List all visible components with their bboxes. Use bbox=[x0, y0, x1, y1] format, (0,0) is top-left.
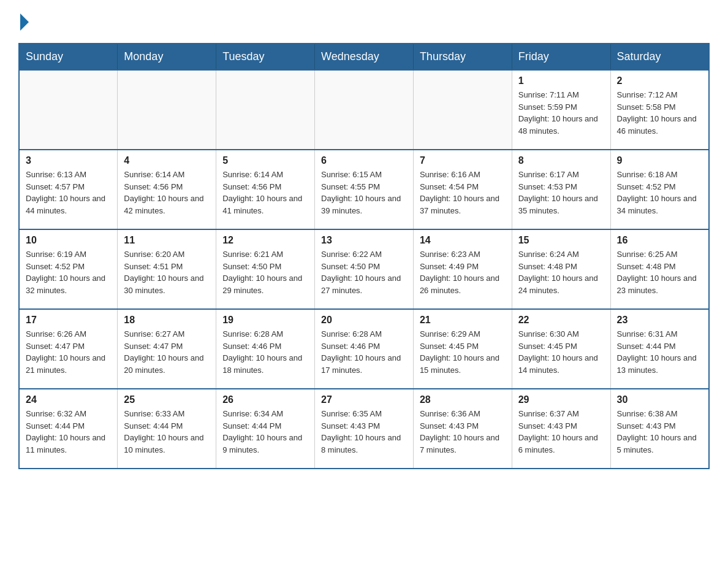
day-number: 3 bbox=[26, 155, 111, 166]
calendar-week-3: 10Sunrise: 6:19 AM Sunset: 4:52 PM Dayli… bbox=[19, 229, 709, 309]
day-info: Sunrise: 6:15 AM Sunset: 4:55 PM Dayligh… bbox=[321, 169, 407, 216]
day-info: Sunrise: 6:31 AM Sunset: 4:44 PM Dayligh… bbox=[617, 328, 702, 376]
day-number: 6 bbox=[321, 155, 407, 166]
calendar-cell: 4Sunrise: 6:14 AM Sunset: 4:56 PM Daylig… bbox=[118, 150, 216, 229]
calendar-cell: 22Sunrise: 6:30 AM Sunset: 4:45 PM Dayli… bbox=[512, 309, 610, 389]
calendar-week-5: 24Sunrise: 6:32 AM Sunset: 4:44 PM Dayli… bbox=[19, 389, 709, 469]
calendar-cell: 27Sunrise: 6:35 AM Sunset: 4:43 PM Dayli… bbox=[315, 389, 414, 469]
day-number: 8 bbox=[518, 155, 604, 166]
day-number: 5 bbox=[222, 155, 308, 166]
day-number: 2 bbox=[617, 75, 702, 86]
day-number: 24 bbox=[26, 394, 111, 405]
day-header-thursday: Thursday bbox=[413, 44, 512, 70]
calendar-cell: 19Sunrise: 6:28 AM Sunset: 4:46 PM Dayli… bbox=[216, 309, 315, 389]
calendar-cell: 21Sunrise: 6:29 AM Sunset: 4:45 PM Dayli… bbox=[413, 309, 512, 389]
day-info: Sunrise: 6:27 AM Sunset: 4:47 PM Dayligh… bbox=[124, 328, 210, 376]
day-info: Sunrise: 6:25 AM Sunset: 4:48 PM Dayligh… bbox=[617, 248, 702, 296]
calendar-week-1: 1Sunrise: 7:11 AM Sunset: 5:59 PM Daylig… bbox=[19, 70, 709, 150]
day-info: Sunrise: 6:34 AM Sunset: 4:44 PM Dayligh… bbox=[222, 408, 308, 456]
day-header-friday: Friday bbox=[512, 44, 610, 70]
day-number: 28 bbox=[420, 394, 506, 405]
page-header bbox=[18, 12, 710, 31]
calendar-cell: 5Sunrise: 6:14 AM Sunset: 4:56 PM Daylig… bbox=[216, 150, 315, 229]
logo-arrow-icon bbox=[20, 13, 29, 31]
day-header-tuesday: Tuesday bbox=[216, 44, 315, 70]
calendar-cell: 26Sunrise: 6:34 AM Sunset: 4:44 PM Dayli… bbox=[216, 389, 315, 469]
calendar-cell: 18Sunrise: 6:27 AM Sunset: 4:47 PM Dayli… bbox=[118, 309, 216, 389]
day-info: Sunrise: 7:11 AM Sunset: 5:59 PM Dayligh… bbox=[518, 89, 604, 137]
day-info: Sunrise: 6:20 AM Sunset: 4:51 PM Dayligh… bbox=[124, 248, 210, 296]
day-number: 25 bbox=[124, 394, 210, 405]
day-number: 15 bbox=[518, 235, 604, 246]
day-info: Sunrise: 6:23 AM Sunset: 4:49 PM Dayligh… bbox=[420, 248, 506, 296]
day-number: 12 bbox=[222, 235, 308, 246]
calendar-header-row: SundayMondayTuesdayWednesdayThursdayFrid… bbox=[19, 44, 709, 70]
day-info: Sunrise: 6:30 AM Sunset: 4:45 PM Dayligh… bbox=[518, 328, 604, 376]
calendar-cell: 25Sunrise: 6:33 AM Sunset: 4:44 PM Dayli… bbox=[118, 389, 216, 469]
calendar-cell: 10Sunrise: 6:19 AM Sunset: 4:52 PM Dayli… bbox=[19, 229, 118, 309]
day-info: Sunrise: 6:28 AM Sunset: 4:46 PM Dayligh… bbox=[321, 328, 407, 376]
day-info: Sunrise: 6:17 AM Sunset: 4:53 PM Dayligh… bbox=[518, 169, 604, 216]
day-number: 26 bbox=[222, 394, 308, 405]
day-info: Sunrise: 6:24 AM Sunset: 4:48 PM Dayligh… bbox=[518, 248, 604, 296]
logo bbox=[18, 12, 29, 31]
day-number: 7 bbox=[420, 155, 506, 166]
calendar-cell: 11Sunrise: 6:20 AM Sunset: 4:51 PM Dayli… bbox=[118, 229, 216, 309]
day-number: 23 bbox=[617, 315, 702, 326]
calendar-cell: 8Sunrise: 6:17 AM Sunset: 4:53 PM Daylig… bbox=[512, 150, 610, 229]
day-header-saturday: Saturday bbox=[610, 44, 709, 70]
calendar-cell bbox=[413, 70, 512, 150]
day-info: Sunrise: 6:18 AM Sunset: 4:52 PM Dayligh… bbox=[617, 169, 702, 216]
day-info: Sunrise: 6:35 AM Sunset: 4:43 PM Dayligh… bbox=[321, 408, 407, 456]
calendar-cell: 9Sunrise: 6:18 AM Sunset: 4:52 PM Daylig… bbox=[610, 150, 709, 229]
day-info: Sunrise: 6:22 AM Sunset: 4:50 PM Dayligh… bbox=[321, 248, 407, 296]
day-number: 9 bbox=[617, 155, 702, 166]
day-info: Sunrise: 6:28 AM Sunset: 4:46 PM Dayligh… bbox=[222, 328, 308, 376]
day-info: Sunrise: 6:32 AM Sunset: 4:44 PM Dayligh… bbox=[26, 408, 111, 456]
day-info: Sunrise: 6:14 AM Sunset: 4:56 PM Dayligh… bbox=[124, 169, 210, 216]
calendar-cell: 7Sunrise: 6:16 AM Sunset: 4:54 PM Daylig… bbox=[413, 150, 512, 229]
calendar-cell: 12Sunrise: 6:21 AM Sunset: 4:50 PM Dayli… bbox=[216, 229, 315, 309]
day-info: Sunrise: 6:38 AM Sunset: 4:43 PM Dayligh… bbox=[617, 408, 702, 456]
calendar-cell: 17Sunrise: 6:26 AM Sunset: 4:47 PM Dayli… bbox=[19, 309, 118, 389]
calendar-cell: 15Sunrise: 6:24 AM Sunset: 4:48 PM Dayli… bbox=[512, 229, 610, 309]
day-info: Sunrise: 7:12 AM Sunset: 5:58 PM Dayligh… bbox=[617, 89, 702, 137]
calendar-cell: 28Sunrise: 6:36 AM Sunset: 4:43 PM Dayli… bbox=[413, 389, 512, 469]
day-header-monday: Monday bbox=[118, 44, 216, 70]
day-number: 29 bbox=[518, 394, 604, 405]
day-info: Sunrise: 6:37 AM Sunset: 4:43 PM Dayligh… bbox=[518, 408, 604, 456]
calendar-cell bbox=[19, 70, 118, 150]
day-info: Sunrise: 6:13 AM Sunset: 4:57 PM Dayligh… bbox=[26, 169, 111, 216]
day-info: Sunrise: 6:33 AM Sunset: 4:44 PM Dayligh… bbox=[124, 408, 210, 456]
day-info: Sunrise: 6:19 AM Sunset: 4:52 PM Dayligh… bbox=[26, 248, 111, 296]
calendar-cell: 13Sunrise: 6:22 AM Sunset: 4:50 PM Dayli… bbox=[315, 229, 414, 309]
day-number: 21 bbox=[420, 315, 506, 326]
day-number: 30 bbox=[617, 394, 702, 405]
day-number: 17 bbox=[26, 315, 111, 326]
day-header-wednesday: Wednesday bbox=[315, 44, 414, 70]
calendar-cell bbox=[315, 70, 414, 150]
day-number: 20 bbox=[321, 315, 407, 326]
day-info: Sunrise: 6:36 AM Sunset: 4:43 PM Dayligh… bbox=[420, 408, 506, 456]
day-number: 13 bbox=[321, 235, 407, 246]
day-info: Sunrise: 6:14 AM Sunset: 4:56 PM Dayligh… bbox=[222, 169, 308, 216]
calendar-cell bbox=[216, 70, 315, 150]
calendar-cell bbox=[118, 70, 216, 150]
day-number: 1 bbox=[518, 75, 604, 86]
calendar-cell: 2Sunrise: 7:12 AM Sunset: 5:58 PM Daylig… bbox=[610, 70, 709, 150]
day-info: Sunrise: 6:21 AM Sunset: 4:50 PM Dayligh… bbox=[222, 248, 308, 296]
day-number: 18 bbox=[124, 315, 210, 326]
day-number: 27 bbox=[321, 394, 407, 405]
day-number: 19 bbox=[222, 315, 308, 326]
calendar-cell: 16Sunrise: 6:25 AM Sunset: 4:48 PM Dayli… bbox=[610, 229, 709, 309]
calendar-cell: 24Sunrise: 6:32 AM Sunset: 4:44 PM Dayli… bbox=[19, 389, 118, 469]
day-info: Sunrise: 6:16 AM Sunset: 4:54 PM Dayligh… bbox=[420, 169, 506, 216]
calendar-table: SundayMondayTuesdayWednesdayThursdayFrid… bbox=[18, 43, 710, 469]
day-number: 10 bbox=[26, 235, 111, 246]
calendar-cell: 3Sunrise: 6:13 AM Sunset: 4:57 PM Daylig… bbox=[19, 150, 118, 229]
calendar-cell: 1Sunrise: 7:11 AM Sunset: 5:59 PM Daylig… bbox=[512, 70, 610, 150]
calendar-cell: 23Sunrise: 6:31 AM Sunset: 4:44 PM Dayli… bbox=[610, 309, 709, 389]
day-number: 14 bbox=[420, 235, 506, 246]
day-number: 16 bbox=[617, 235, 702, 246]
calendar-cell: 14Sunrise: 6:23 AM Sunset: 4:49 PM Dayli… bbox=[413, 229, 512, 309]
